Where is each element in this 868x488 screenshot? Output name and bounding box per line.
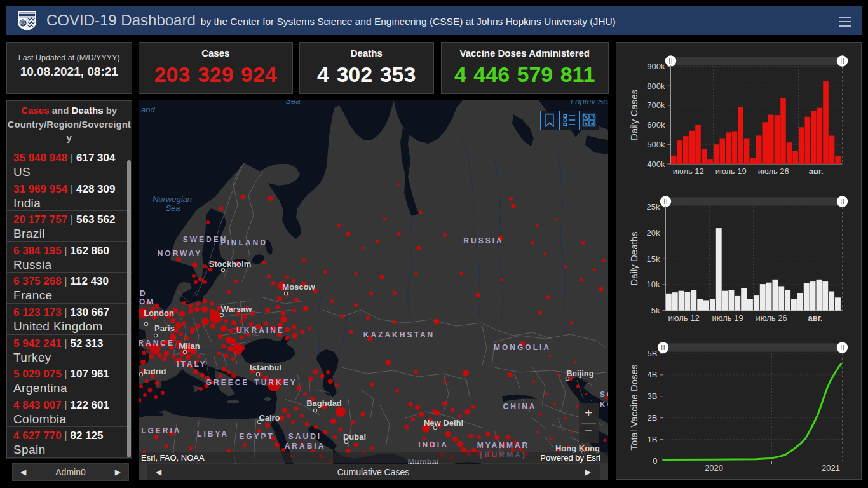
svg-text:июль 12: июль 12 xyxy=(672,166,703,176)
svg-text:RUSSIA: RUSSIA xyxy=(463,236,503,245)
svg-text:INDIA: INDIA xyxy=(418,440,449,449)
svg-text:4B: 4B xyxy=(647,370,657,379)
svg-text:900k: 900k xyxy=(647,62,665,71)
svg-text:Daily Deaths: Daily Deaths xyxy=(628,231,639,285)
svg-text:CHINA: CHINA xyxy=(503,402,537,411)
svg-text:New Delhi: New Delhi xyxy=(424,418,463,428)
svg-text:2B: 2B xyxy=(647,413,657,423)
svg-text:0: 0 xyxy=(653,456,657,466)
svg-text:1B: 1B xyxy=(647,435,657,444)
svg-text:FRANCE: FRANCE xyxy=(139,339,175,348)
svg-text:Moscow: Moscow xyxy=(282,282,315,292)
svg-text:800k: 800k xyxy=(647,81,665,91)
svg-text:D: D xyxy=(140,289,147,298)
svg-text:SO: SO xyxy=(600,390,608,399)
svg-text:SAUDI: SAUDI xyxy=(288,432,322,441)
svg-text:Beijing: Beijing xyxy=(566,369,593,378)
svg-text:TURKEY: TURKEY xyxy=(254,378,297,387)
svg-text:EGYPT: EGYPT xyxy=(239,432,275,441)
svg-text:ladrid: ladrid xyxy=(144,367,166,376)
svg-text:июль 26: июль 26 xyxy=(757,166,789,176)
svg-text:Warsaw: Warsaw xyxy=(221,304,253,314)
svg-text:Laptev Sea: Laptev Sea xyxy=(571,100,608,106)
svg-text:Dubai: Dubai xyxy=(343,432,366,442)
svg-text:авг.: авг. xyxy=(808,166,823,176)
svg-text:2021: 2021 xyxy=(822,463,840,473)
svg-text:Cairo: Cairo xyxy=(259,413,280,423)
svg-text:MONGOLIA: MONGOLIA xyxy=(494,343,551,352)
svg-text:London: London xyxy=(144,308,174,318)
svg-text:ALGERIA: ALGERIA xyxy=(139,426,182,435)
svg-text:авг.: авг. xyxy=(808,313,822,323)
svg-text:июль 26: июль 26 xyxy=(756,313,787,323)
svg-text:Hong Kong: Hong Kong xyxy=(555,444,600,453)
svg-text:and: and xyxy=(141,105,155,114)
svg-text:MYANMAR: MYANMAR xyxy=(477,441,530,450)
svg-text:KO: KO xyxy=(600,400,608,409)
svg-text:FINLAND: FINLAND xyxy=(220,238,268,247)
svg-text:Baghdad: Baghdad xyxy=(306,398,342,408)
svg-text:Total Vaccine Doses: Total Vaccine Doses xyxy=(628,365,639,451)
svg-text:июль 19: июль 19 xyxy=(715,166,746,176)
svg-text:LIBYA: LIBYA xyxy=(197,430,229,438)
svg-text:ARABIA: ARABIA xyxy=(285,442,326,451)
svg-text:5k: 5k xyxy=(651,306,660,315)
svg-text:Daily Cases: Daily Cases xyxy=(628,90,639,140)
svg-text:600k: 600k xyxy=(647,120,665,130)
svg-text:Norwegian: Norwegian xyxy=(153,194,192,204)
svg-text:июль 12: июль 12 xyxy=(668,313,699,323)
svg-text:UKRAINE: UKRAINE xyxy=(236,326,285,335)
svg-text:ITALY: ITALY xyxy=(177,360,207,369)
svg-text:20k: 20k xyxy=(646,228,660,238)
svg-text:NORWAY: NORWAY xyxy=(158,249,203,258)
svg-text:GREECE: GREECE xyxy=(206,378,250,387)
svg-text:Paris: Paris xyxy=(154,323,175,333)
svg-text:25k: 25k xyxy=(646,202,660,212)
svg-text:700k: 700k xyxy=(647,100,665,110)
svg-text:5B: 5B xyxy=(647,349,657,358)
svg-text:Sea: Sea xyxy=(165,203,180,213)
svg-text:Istanbul: Istanbul xyxy=(250,363,281,372)
svg-text:Milan: Milan xyxy=(179,341,200,351)
svg-text:10k: 10k xyxy=(646,280,660,289)
svg-text:2020: 2020 xyxy=(705,463,723,473)
svg-text:Stockholm: Stockholm xyxy=(209,259,251,269)
svg-text:15k: 15k xyxy=(646,254,660,264)
svg-text:3B: 3B xyxy=(647,391,657,401)
svg-text:OM: OM xyxy=(139,297,155,306)
svg-text:июль 19: июль 19 xyxy=(712,313,743,323)
svg-text:Sea: Sea xyxy=(285,100,300,105)
svg-text:500k: 500k xyxy=(647,140,665,149)
svg-text:KAZAKHSTAN: KAZAKHSTAN xyxy=(363,330,435,339)
svg-text:400k: 400k xyxy=(647,159,665,169)
